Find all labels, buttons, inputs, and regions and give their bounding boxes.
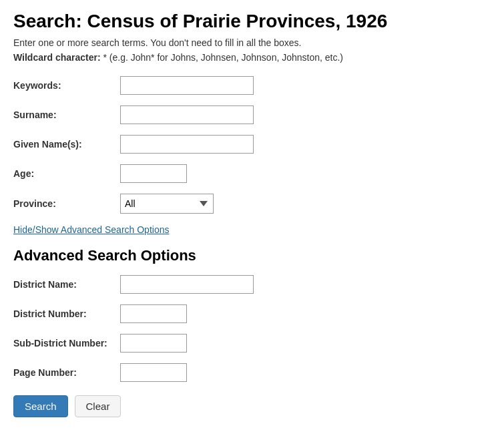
surname-input[interactable]	[120, 105, 254, 124]
age-label: Age:	[13, 168, 120, 179]
clear-button[interactable]: Clear	[75, 395, 121, 417]
province-row: Province: All Alberta Manitoba Saskatche…	[13, 194, 487, 214]
keywords-input[interactable]	[120, 76, 254, 95]
given-names-input[interactable]	[120, 135, 254, 154]
district-number-label: District Number:	[13, 308, 120, 319]
keywords-row: Keywords:	[13, 76, 487, 95]
page-number-label: Page Number:	[13, 367, 120, 378]
button-row: Search Clear	[13, 395, 487, 417]
page-title: Search: Census of Prairie Provinces, 192…	[13, 11, 487, 32]
province-select[interactable]: All Alberta Manitoba Saskatchewan	[120, 194, 214, 214]
toggle-advanced-link[interactable]: Hide/Show Advanced Search Options	[13, 224, 169, 235]
district-name-label: District Name:	[13, 279, 120, 290]
district-name-row: District Name:	[13, 275, 487, 294]
district-name-input[interactable]	[120, 275, 254, 294]
district-number-input[interactable]	[120, 304, 187, 323]
sub-district-number-label: Sub-District Number:	[13, 338, 120, 349]
page-number-row: Page Number:	[13, 363, 487, 382]
subtitle-text: Enter one or more search terms. You don'…	[13, 37, 487, 48]
age-input[interactable]	[120, 164, 187, 183]
surname-row: Surname:	[13, 105, 487, 124]
surname-label: Surname:	[13, 109, 120, 120]
wildcard-info: Wildcard character: * (e.g. John* for Jo…	[13, 52, 487, 63]
province-label: Province:	[13, 198, 120, 209]
page-number-input[interactable]	[120, 363, 187, 382]
age-row: Age:	[13, 164, 487, 183]
sub-district-number-input[interactable]	[120, 334, 187, 353]
given-names-label: Given Name(s):	[13, 139, 120, 150]
district-number-row: District Number:	[13, 304, 487, 323]
wildcard-label: Wildcard character:	[13, 52, 101, 63]
advanced-heading: Advanced Search Options	[13, 247, 487, 264]
given-names-row: Given Name(s):	[13, 135, 487, 154]
search-button[interactable]: Search	[13, 395, 68, 417]
wildcard-desc: * (e.g. John* for Johns, Johnsen, Johnso…	[103, 52, 343, 63]
keywords-label: Keywords:	[13, 80, 120, 91]
sub-district-number-row: Sub-District Number:	[13, 334, 487, 353]
